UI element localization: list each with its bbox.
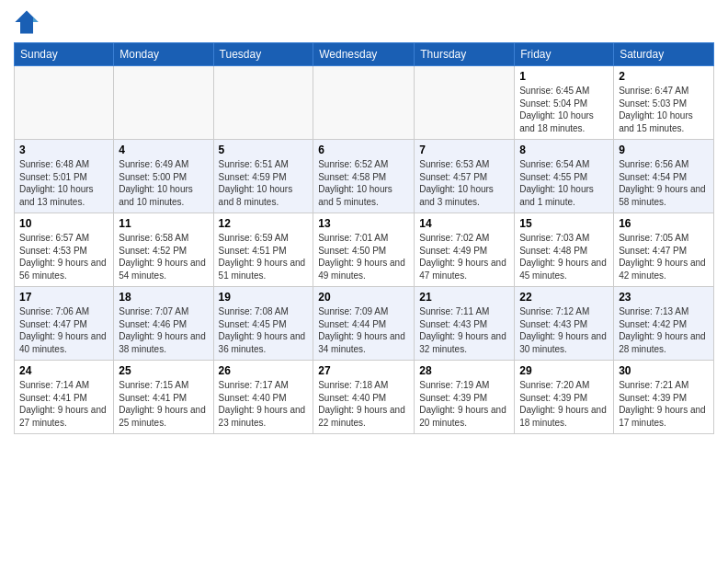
day-info: Sunrise: 7:05 AM Sunset: 4:47 PM Dayligh… [619,232,709,282]
col-header-monday: Monday [114,43,213,66]
day-cell [213,66,313,140]
day-number: 9 [619,144,709,156]
day-number: 24 [19,364,108,377]
day-number: 18 [119,291,208,304]
day-cell: 19Sunrise: 7:08 AM Sunset: 4:45 PM Dayli… [213,287,313,361]
header [14,9,714,35]
col-header-tuesday: Tuesday [213,43,313,66]
day-info: Sunrise: 7:20 AM Sunset: 4:39 PM Dayligh… [519,379,609,429]
day-info: Sunrise: 7:15 AM Sunset: 4:41 PM Dayligh… [119,379,208,429]
col-header-sunday: Sunday [15,43,114,66]
day-info: Sunrise: 6:47 AM Sunset: 5:03 PM Dayligh… [619,85,709,134]
calendar: SundayMondayTuesdayWednesdayThursdayFrid… [14,42,714,434]
day-number: 1 [519,70,609,83]
day-number: 10 [19,217,108,230]
day-info: Sunrise: 6:57 AM Sunset: 4:53 PM Dayligh… [19,232,108,282]
day-info: Sunrise: 7:07 AM Sunset: 4:46 PM Dayligh… [119,305,208,355]
day-info: Sunrise: 7:18 AM Sunset: 4:40 PM Dayligh… [318,379,409,429]
day-number: 13 [318,217,409,230]
day-cell: 30Sunrise: 7:21 AM Sunset: 4:39 PM Dayli… [614,361,714,434]
day-number: 19 [219,291,309,304]
day-cell: 22Sunrise: 7:12 AM Sunset: 4:43 PM Dayli… [515,287,614,361]
col-header-saturday: Saturday [614,43,714,66]
day-info: Sunrise: 7:21 AM Sunset: 4:39 PM Dayligh… [619,379,709,429]
day-cell: 6Sunrise: 6:52 AM Sunset: 4:58 PM Daylig… [313,140,415,213]
day-number: 11 [119,217,208,230]
col-header-friday: Friday [515,43,614,66]
day-info: Sunrise: 7:17 AM Sunset: 4:40 PM Dayligh… [219,379,309,429]
day-number: 5 [219,144,309,156]
day-number: 4 [119,144,208,156]
day-cell: 11Sunrise: 6:58 AM Sunset: 4:52 PM Dayli… [114,213,213,287]
day-number: 12 [219,217,309,230]
day-cell [15,66,114,140]
day-number: 2 [619,70,709,83]
day-info: Sunrise: 6:56 AM Sunset: 4:54 PM Dayligh… [619,158,709,208]
day-cell: 4Sunrise: 6:49 AM Sunset: 5:00 PM Daylig… [114,140,213,213]
day-info: Sunrise: 6:59 AM Sunset: 4:51 PM Dayligh… [219,232,309,282]
day-number: 8 [519,144,609,156]
day-info: Sunrise: 7:02 AM Sunset: 4:49 PM Dayligh… [419,232,509,282]
day-number: 23 [619,291,709,304]
day-cell: 8Sunrise: 6:54 AM Sunset: 4:55 PM Daylig… [515,140,614,213]
day-cell: 25Sunrise: 7:15 AM Sunset: 4:41 PM Dayli… [114,361,213,434]
day-cell: 2Sunrise: 6:47 AM Sunset: 5:03 PM Daylig… [614,66,714,140]
day-info: Sunrise: 7:01 AM Sunset: 4:50 PM Dayligh… [318,232,409,282]
day-info: Sunrise: 6:51 AM Sunset: 4:59 PM Dayligh… [219,158,309,208]
day-number: 26 [219,364,309,377]
week-row-1: 1Sunrise: 6:45 AM Sunset: 5:04 PM Daylig… [15,66,714,140]
day-info: Sunrise: 6:45 AM Sunset: 5:04 PM Dayligh… [519,85,609,134]
col-header-thursday: Thursday [415,43,515,66]
day-info: Sunrise: 7:08 AM Sunset: 4:45 PM Dayligh… [219,305,309,355]
day-number: 21 [419,291,509,304]
week-row-4: 17Sunrise: 7:06 AM Sunset: 4:47 PM Dayli… [15,287,714,361]
day-number: 6 [318,144,409,156]
day-number: 3 [19,144,108,156]
day-number: 15 [519,217,609,230]
day-number: 25 [119,364,208,377]
day-info: Sunrise: 6:52 AM Sunset: 4:58 PM Dayligh… [318,158,409,208]
day-info: Sunrise: 6:53 AM Sunset: 4:57 PM Dayligh… [419,158,509,208]
day-cell [114,66,213,140]
day-number: 20 [318,291,409,304]
day-number: 17 [19,291,108,304]
day-cell: 16Sunrise: 7:05 AM Sunset: 4:47 PM Dayli… [614,213,714,287]
day-info: Sunrise: 7:13 AM Sunset: 4:42 PM Dayligh… [619,305,709,355]
day-number: 29 [519,364,609,377]
page: SundayMondayTuesdayWednesdayThursdayFrid… [0,0,728,563]
day-cell: 28Sunrise: 7:19 AM Sunset: 4:39 PM Dayli… [415,361,515,434]
day-cell: 20Sunrise: 7:09 AM Sunset: 4:44 PM Dayli… [313,287,415,361]
day-info: Sunrise: 7:06 AM Sunset: 4:47 PM Dayligh… [19,305,108,355]
day-number: 27 [318,364,409,377]
day-cell: 27Sunrise: 7:18 AM Sunset: 4:40 PM Dayli… [313,361,415,434]
day-info: Sunrise: 6:58 AM Sunset: 4:52 PM Dayligh… [119,232,208,282]
col-header-wednesday: Wednesday [313,43,415,66]
logo [14,9,43,35]
header-row: SundayMondayTuesdayWednesdayThursdayFrid… [15,43,714,66]
day-info: Sunrise: 7:14 AM Sunset: 4:41 PM Dayligh… [19,379,108,429]
day-cell: 12Sunrise: 6:59 AM Sunset: 4:51 PM Dayli… [213,213,313,287]
day-cell: 15Sunrise: 7:03 AM Sunset: 4:48 PM Dayli… [515,213,614,287]
day-cell: 14Sunrise: 7:02 AM Sunset: 4:49 PM Dayli… [415,213,515,287]
day-cell: 26Sunrise: 7:17 AM Sunset: 4:40 PM Dayli… [213,361,313,434]
day-cell: 23Sunrise: 7:13 AM Sunset: 4:42 PM Dayli… [614,287,714,361]
day-number: 30 [619,364,709,377]
day-cell: 21Sunrise: 7:11 AM Sunset: 4:43 PM Dayli… [415,287,515,361]
day-cell: 24Sunrise: 7:14 AM Sunset: 4:41 PM Dayli… [15,361,114,434]
day-info: Sunrise: 6:49 AM Sunset: 5:00 PM Dayligh… [119,158,208,208]
week-row-2: 3Sunrise: 6:48 AM Sunset: 5:01 PM Daylig… [15,140,714,213]
day-number: 28 [419,364,509,377]
week-row-5: 24Sunrise: 7:14 AM Sunset: 4:41 PM Dayli… [15,361,714,434]
day-cell: 17Sunrise: 7:06 AM Sunset: 4:47 PM Dayli… [15,287,114,361]
day-cell: 18Sunrise: 7:07 AM Sunset: 4:46 PM Dayli… [114,287,213,361]
day-info: Sunrise: 6:54 AM Sunset: 4:55 PM Dayligh… [519,158,609,208]
day-info: Sunrise: 6:48 AM Sunset: 5:01 PM Dayligh… [19,158,108,208]
day-number: 7 [419,144,509,156]
day-info: Sunrise: 7:09 AM Sunset: 4:44 PM Dayligh… [318,305,409,355]
day-number: 14 [419,217,509,230]
week-row-3: 10Sunrise: 6:57 AM Sunset: 4:53 PM Dayli… [15,213,714,287]
day-cell: 10Sunrise: 6:57 AM Sunset: 4:53 PM Dayli… [15,213,114,287]
day-cell: 7Sunrise: 6:53 AM Sunset: 4:57 PM Daylig… [415,140,515,213]
day-number: 16 [619,217,709,230]
day-cell [415,66,515,140]
